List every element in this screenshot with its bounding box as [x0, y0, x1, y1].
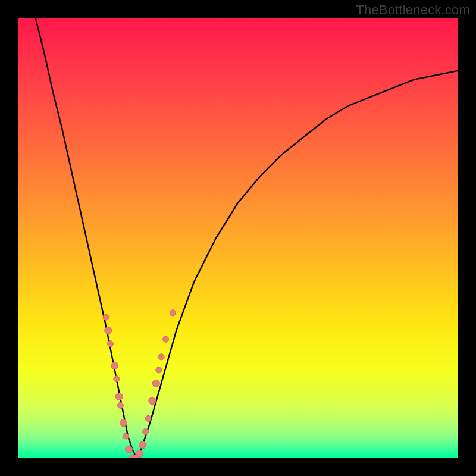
data-marker: [123, 433, 129, 439]
data-marker: [143, 429, 149, 435]
data-marker: [117, 402, 123, 408]
data-marker: [156, 367, 162, 373]
watermark-text: TheBottleneck.com: [356, 2, 470, 18]
chart-frame: TheBottleneck.com: [0, 0, 476, 476]
data-marker: [120, 419, 127, 427]
markers-layer: [103, 310, 176, 458]
data-marker: [114, 376, 120, 382]
data-marker: [107, 341, 113, 347]
data-marker: [170, 310, 176, 316]
data-marker: [158, 354, 164, 360]
data-marker: [139, 441, 146, 449]
data-marker: [145, 415, 151, 421]
data-marker: [105, 327, 112, 334]
curve-layer: [36, 18, 458, 458]
data-marker: [149, 397, 156, 405]
data-marker: [163, 336, 169, 342]
chart-plot-area: [18, 18, 458, 458]
data-marker: [136, 450, 143, 458]
chart-svg: [18, 18, 458, 458]
data-marker: [115, 393, 123, 400]
data-marker: [111, 362, 118, 369]
data-marker: [152, 380, 159, 387]
data-marker: [126, 446, 133, 453]
data-marker: [103, 314, 109, 320]
bottleneck-curve: [36, 18, 458, 458]
